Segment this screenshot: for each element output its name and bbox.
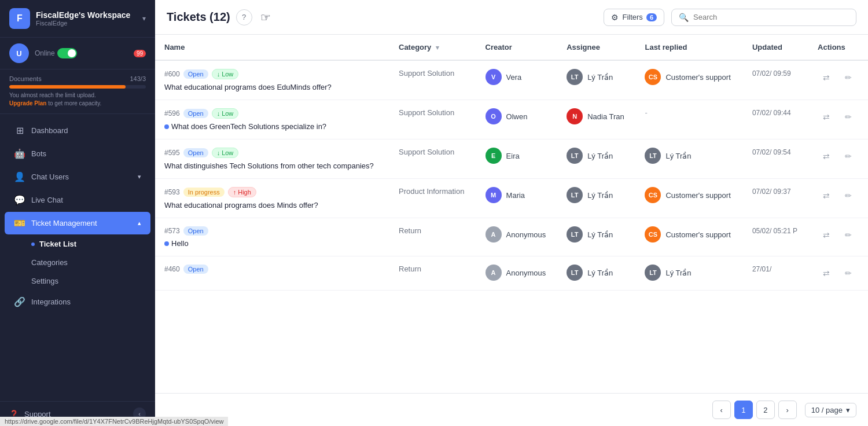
edit-action-button[interactable]: ✏	[840, 226, 857, 244]
sidebar-nav: ⊞ Dashboard 🤖 Bots 👤 Chat Users ▾ 💬 Live…	[0, 114, 155, 401]
table-row[interactable]: #600 Open↓LowWhat educational programs d…	[155, 60, 868, 100]
page-title-area: Tickets (12) ? ☞	[167, 9, 597, 25]
priority-badge: ↑High	[228, 187, 256, 197]
date-text: 07/02/ 09:37	[752, 188, 791, 196]
creator-avatar: O	[486, 108, 502, 124]
col-actions: Actions	[808, 35, 868, 60]
ticket-dot-icon	[164, 241, 169, 246]
sidebar-item-ticket-management[interactable]: 🎫 Ticket Management ▴	[5, 212, 150, 234]
online-toggle[interactable]: Online	[35, 48, 77, 58]
live-chat-icon: 💬	[14, 194, 25, 205]
creator-avatar: E	[486, 148, 502, 164]
ticket-category: Product Information	[389, 179, 476, 218]
transfer-action-button[interactable]: ⇄	[818, 187, 835, 204]
pagination-prev-button[interactable]: ‹	[712, 401, 731, 419]
pagination-page-2[interactable]: 2	[756, 401, 775, 419]
sidebar-item-label: Chat Users	[31, 172, 69, 181]
sidebar-item-dashboard[interactable]: ⊞ Dashboard	[5, 119, 150, 142]
sidebar-item-chat-users[interactable]: 👤 Chat Users ▾	[5, 166, 150, 188]
sidebar-item-bots[interactable]: 🤖 Bots	[5, 142, 150, 165]
filters-label: Filters	[622, 13, 642, 21]
ticket-assignee: LTLý Trần	[557, 256, 635, 291]
ticket-name-cell: #593 In progress↑HighWhat educational pr…	[155, 179, 389, 218]
workspace-sub: FiscalEdge	[36, 20, 137, 27]
status-toggle[interactable]	[57, 48, 77, 58]
ticket-assignee: LTLý Trần	[557, 179, 635, 218]
table-row[interactable]: #573 OpenHelloReturnAAnonymousLTLý TrầnC…	[155, 218, 868, 256]
transfer-action-button[interactable]: ⇄	[818, 226, 835, 244]
table-row[interactable]: #595 Open↓LowWhat distinguishes Tech Sol…	[155, 139, 868, 179]
ticket-category: Return	[389, 218, 476, 256]
page-size-select[interactable]: 10 / page ▾	[805, 403, 856, 417]
priority-badge: ↓Low	[212, 69, 239, 79]
sidebar-item-categories[interactable]: Categories	[5, 254, 150, 271]
tickets-tbody: #600 Open↓LowWhat educational programs d…	[155, 60, 868, 291]
sidebar-item-ticket-list[interactable]: Ticket List	[5, 235, 150, 253]
online-label: Online	[35, 49, 55, 57]
col-assignee: Assignee	[557, 35, 635, 60]
ticket-assignee: LTLý Trần	[557, 60, 635, 100]
ticket-actions: ⇄ ✏	[808, 256, 868, 291]
storage-used: 143/3	[130, 75, 146, 82]
pagination-next-button[interactable]: ›	[778, 401, 797, 419]
last-replied-avatar: CS	[645, 187, 661, 203]
sidebar-item-label: Integrations	[31, 298, 71, 306]
ticket-category: Support Solution	[389, 139, 476, 179]
notification-badge[interactable]: 99	[134, 50, 146, 57]
table-row[interactable]: #593 In progress↑HighWhat educational pr…	[155, 179, 868, 218]
page-title: Tickets (12)	[167, 10, 230, 24]
filters-button[interactable]: ⚙ Filters 6	[604, 9, 664, 26]
last-replied-avatar: CS	[645, 69, 661, 85]
chat-users-icon: 👤	[14, 171, 25, 182]
help-button[interactable]: ?	[236, 9, 252, 25]
search-box[interactable]: 🔍	[671, 9, 856, 26]
table-row[interactable]: #596 Open↓LowWhat does GreenTech Solutio…	[155, 100, 868, 139]
ticket-actions: ⇄ ✏	[808, 218, 868, 256]
edit-action-button[interactable]: ✏	[840, 265, 857, 282]
status-badge: Open	[183, 109, 208, 118]
search-icon: 🔍	[679, 13, 689, 22]
sidebar-sub-label: Settings	[31, 277, 58, 285]
sidebar-item-live-chat[interactable]: 💬 Live Chat	[5, 189, 150, 211]
search-input[interactable]	[693, 13, 849, 21]
transfer-action-button[interactable]: ⇄	[818, 148, 835, 165]
table-row[interactable]: #460 OpenReturnAAnonymousLTLý TrầnLTLý T…	[155, 256, 868, 291]
last-replied-avatar: LT	[645, 148, 661, 164]
ticket-last-replied: CSCustomer's support	[635, 179, 742, 218]
pagination-page-1[interactable]: 1	[734, 401, 753, 419]
workspace-chevron-icon[interactable]: ▾	[142, 14, 146, 23]
avatar: U	[9, 43, 29, 63]
edit-action-button[interactable]: ✏	[840, 148, 857, 165]
assignee-name: Nadia Tran	[587, 112, 624, 121]
edit-action-button[interactable]: ✏	[840, 69, 857, 86]
page-size-label: 10 / page	[811, 406, 843, 414]
ticket-last-replied: LTLý Trần	[635, 256, 742, 291]
upgrade-link[interactable]: Upgrade Plan	[9, 100, 46, 106]
ticket-last-replied: CSCustomer's support	[635, 218, 742, 256]
status-badge: In progress	[183, 188, 225, 197]
ticket-title: Hello	[164, 239, 380, 248]
ticket-list-dot	[31, 243, 35, 246]
ticket-last-replied: CSCustomer's support	[635, 60, 742, 100]
edit-action-button[interactable]: ✏	[840, 187, 857, 204]
pagination: ‹ 1 2 › 10 / page ▾	[155, 393, 868, 426]
transfer-action-button[interactable]: ⇄	[818, 265, 835, 282]
ticket-date: 07/02/ 09:37	[743, 179, 808, 218]
ticket-actions: ⇄ ✏	[808, 60, 868, 100]
sidebar-sub-label: Categories	[31, 258, 68, 267]
cursor-hand-icon: ☞	[260, 10, 271, 24]
ticket-name-cell: #573 OpenHello	[155, 218, 389, 256]
last-replied-avatar: CS	[645, 226, 661, 243]
edit-action-button[interactable]: ✏	[840, 108, 857, 126]
main-content: Tickets (12) ? ☞ ⚙ Filters 6 🔍 Name Cate…	[155, 0, 868, 426]
sidebar-item-integrations[interactable]: 🔗 Integrations	[5, 291, 150, 313]
sidebar-item-settings[interactable]: Settings	[5, 272, 150, 290]
filter-icon: ⚙	[611, 13, 619, 22]
sidebar-sub-label: Ticket List	[39, 240, 76, 248]
ticket-id: #595	[164, 149, 180, 157]
category-filter-icon[interactable]: ▾	[436, 44, 439, 51]
ticket-id: #460	[164, 265, 180, 273]
transfer-action-button[interactable]: ⇄	[818, 108, 835, 126]
transfer-action-button[interactable]: ⇄	[818, 69, 835, 86]
sidebar-header[interactable]: F FiscalEdge's Workspace FiscalEdge ▾	[0, 0, 155, 38]
